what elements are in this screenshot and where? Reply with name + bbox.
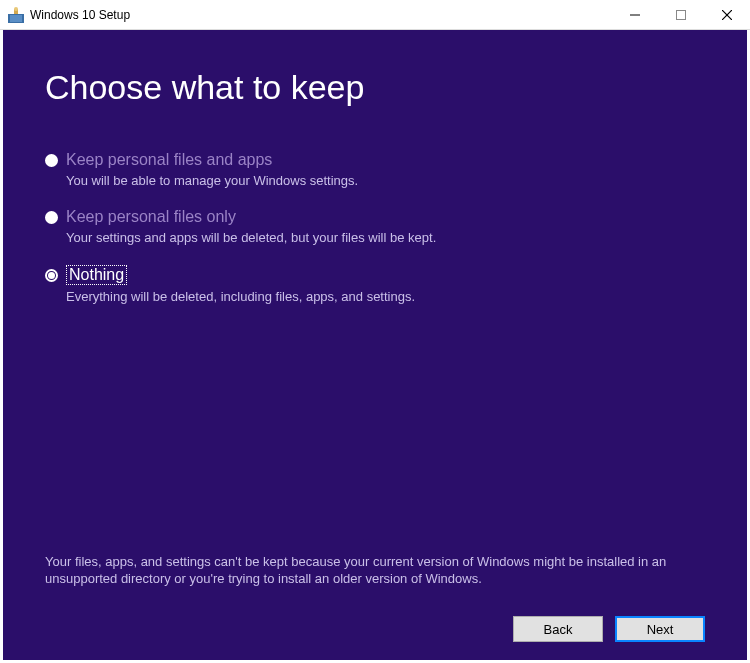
radio-keep-files-apps — [45, 154, 58, 167]
option-description: You will be able to manage your Windows … — [66, 173, 705, 188]
back-button[interactable]: Back — [513, 616, 603, 642]
titlebar: Windows 10 Setup — [0, 0, 750, 30]
option-keep-files-apps: Keep personal files and apps You will be… — [45, 151, 705, 188]
app-icon — [8, 7, 24, 23]
option-label[interactable]: Nothing — [66, 265, 127, 285]
svg-rect-5 — [677, 10, 686, 19]
option-description: Your settings and apps will be deleted, … — [66, 230, 705, 245]
option-nothing[interactable]: Nothing Everything will be deleted, incl… — [45, 265, 705, 304]
radio-keep-files-only — [45, 211, 58, 224]
minimize-button[interactable] — [612, 0, 658, 30]
option-label: Keep personal files only — [66, 208, 236, 226]
option-keep-files-only: Keep personal files only Your settings a… — [45, 208, 705, 245]
window-title: Windows 10 Setup — [30, 8, 130, 22]
options-group: Keep personal files and apps You will be… — [45, 151, 705, 304]
close-button[interactable] — [704, 0, 750, 30]
radio-nothing[interactable] — [45, 269, 58, 282]
page-heading: Choose what to keep — [45, 68, 705, 107]
next-button[interactable]: Next — [615, 616, 705, 642]
button-row: Back Next — [513, 616, 705, 642]
option-label: Keep personal files and apps — [66, 151, 272, 169]
svg-rect-1 — [10, 15, 22, 22]
maximize-button[interactable] — [658, 0, 704, 30]
svg-point-3 — [14, 7, 18, 11]
footnote-text: Your files, apps, and settings can't be … — [45, 553, 705, 588]
content-area: Choose what to keep Keep personal files … — [3, 30, 747, 660]
option-description: Everything will be deleted, including fi… — [66, 289, 705, 304]
